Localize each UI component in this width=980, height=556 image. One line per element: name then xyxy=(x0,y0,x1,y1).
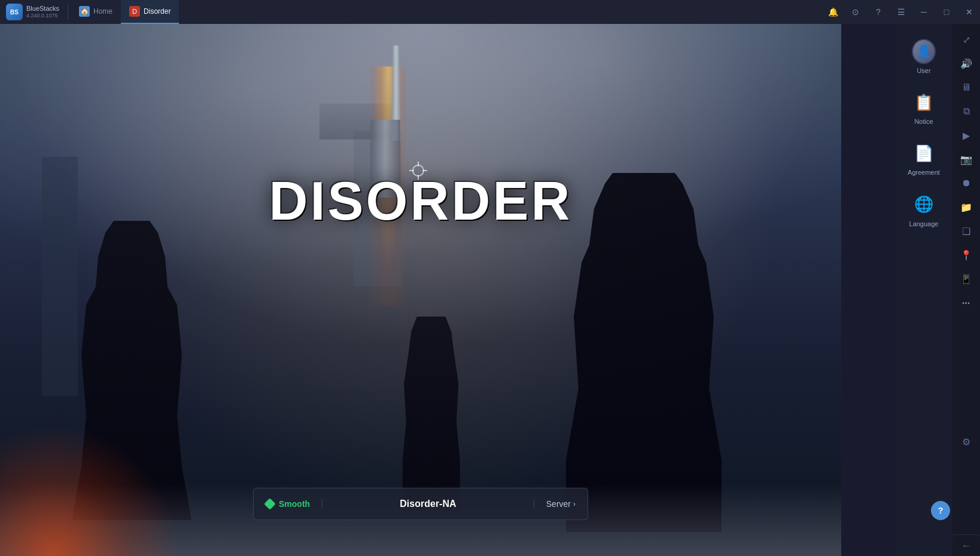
disorder-tab-label: Disorder xyxy=(144,7,171,16)
phone-icon-btn[interactable]: 📱 xyxy=(955,268,977,290)
crosshair-top xyxy=(418,162,419,166)
close-button[interactable]: ✕ xyxy=(958,0,980,24)
brand-info: BlueStacks 4.240.0.1075 xyxy=(26,5,59,19)
help-question-button[interactable]: ? xyxy=(931,501,950,520)
bottom-status-bar: Smooth Disorder-NA Server › xyxy=(253,488,588,520)
tab-home[interactable]: 🏠 Home xyxy=(71,0,121,24)
crosshair-right xyxy=(422,170,427,171)
crosshair-left xyxy=(409,170,414,171)
crosshair-ring xyxy=(412,165,424,177)
quality-dot xyxy=(264,498,276,510)
language-menu-label: Language xyxy=(909,220,939,228)
menu-item-agreement[interactable]: 📄 Agreement xyxy=(899,135,949,183)
crosshair-bottom xyxy=(418,175,419,180)
menu-item-notice[interactable]: 📋 Notice xyxy=(899,84,949,132)
notice-menu-label: Notice xyxy=(914,118,933,126)
folder-icon-btn[interactable]: 📁 xyxy=(955,196,977,218)
agreement-menu-icon: 📄 xyxy=(912,141,936,165)
user-avatar: 👤 xyxy=(912,39,936,64)
tab-divider xyxy=(68,5,68,19)
home-tab-label: Home xyxy=(93,7,112,16)
right-icons-strip: ⤢ 🔊 🖥 ⧉ ▶ 📷 ⏺ 📁 ❑ 📍 📱 ••• ? ⚙ ← xyxy=(952,24,980,556)
maximize-button[interactable]: □ xyxy=(936,0,957,24)
minimize-button[interactable]: ─ xyxy=(913,0,935,24)
server-name-display: Disorder-NA xyxy=(322,499,534,509)
notification-button[interactable]: 🔔 xyxy=(822,0,844,24)
home-tab-icon: 🏠 xyxy=(79,6,90,17)
menu-item-language[interactable]: 🌐 Language xyxy=(899,187,949,234)
settings-icon-btn[interactable]: ⚙ xyxy=(955,432,977,453)
account-button[interactable]: ⊙ xyxy=(845,0,866,24)
quality-label: Smooth xyxy=(279,499,310,509)
app-logo: BS BlueStacks 4.240.0.1075 xyxy=(0,4,65,20)
agreement-menu-label: Agreement xyxy=(908,169,940,177)
game-area: DISORDER Smooth Disorder-NA Server › xyxy=(0,24,841,556)
quality-indicator: Smooth xyxy=(254,499,322,509)
record-icon-btn[interactable]: ⏺ xyxy=(955,172,977,194)
tab-disorder[interactable]: D Disorder xyxy=(121,0,179,24)
user-menu-icon: 👤 xyxy=(912,40,936,63)
menu-button[interactable]: ☰ xyxy=(890,0,912,24)
title-bar: BS BlueStacks 4.240.0.1075 🏠 Home D Diso… xyxy=(0,0,980,24)
server-btn-label: Server xyxy=(546,499,571,509)
chevron-right-icon: › xyxy=(573,500,576,508)
brand-version: 4.240.0.1075 xyxy=(26,13,59,19)
language-menu-icon: 🌐 xyxy=(912,193,936,217)
notice-menu-icon: 📋 xyxy=(912,90,936,114)
help-button[interactable]: ? xyxy=(868,0,889,24)
scaffold-left xyxy=(42,157,78,396)
user-menu-label: User xyxy=(917,67,930,75)
more-icon-btn[interactable]: ••• xyxy=(955,292,977,314)
right-menu-panel: 👤 User 📋 Notice 📄 Agreement 🌐 Language xyxy=(895,24,952,556)
location-icon-btn[interactable]: 📍 xyxy=(955,244,977,266)
video-icon-btn[interactable]: ▶ xyxy=(955,124,977,146)
server-button[interactable]: Server › xyxy=(534,499,588,509)
camera-icon-btn[interactable]: 📷 xyxy=(955,148,977,170)
display-icon-btn[interactable]: 🖥 xyxy=(955,77,977,98)
brand-name: BlueStacks xyxy=(26,5,59,13)
disorder-tab-icon: D xyxy=(129,6,140,17)
expand-icon-btn[interactable]: ⤢ xyxy=(955,29,977,50)
back-arrow-btn[interactable]: ← xyxy=(952,534,980,556)
bluestacks-icon: BS xyxy=(6,4,23,20)
volume-icon-btn[interactable]: 🔊 xyxy=(955,53,977,74)
game-title: DISORDER xyxy=(269,171,572,232)
menu-item-user[interactable]: 👤 User xyxy=(899,34,949,81)
window-controls: 🔔 ⊙ ? ☰ ─ □ ✕ xyxy=(822,0,980,24)
copy-icon-btn[interactable]: ⧉ xyxy=(955,101,977,122)
layers-icon-btn[interactable]: ❑ xyxy=(955,220,977,242)
